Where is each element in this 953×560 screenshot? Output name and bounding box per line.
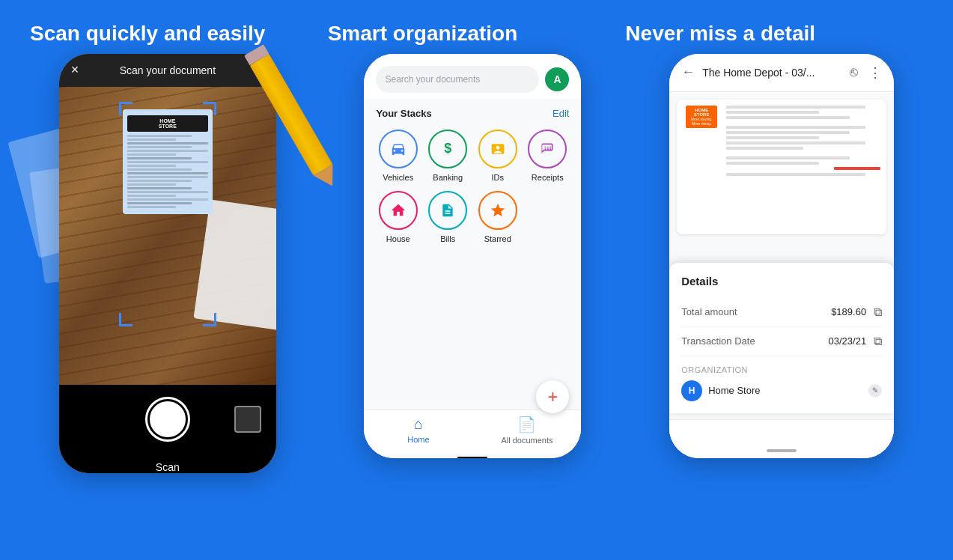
- detail-value-total: $189.60: [831, 306, 866, 317]
- detail-row-total: Total amount $189.60 ⧉: [681, 298, 882, 327]
- docs-nav-icon: 📄: [517, 416, 536, 433]
- stack-item-vehicles[interactable]: Vehicles: [376, 130, 420, 182]
- org-avatar: H: [681, 380, 702, 401]
- stack-icon-starred: [478, 191, 517, 230]
- edit-link[interactable]: Edit: [552, 108, 569, 119]
- receipt-line: [726, 106, 865, 109]
- org-edit-button[interactable]: ✎: [868, 384, 882, 398]
- titles-row: Scan quickly and easily Smart organizati…: [0, 0, 953, 54]
- receipt-line: [726, 156, 850, 159]
- copy-icon-date[interactable]: ⧉: [874, 335, 882, 348]
- receipt-line: [726, 111, 819, 114]
- scan-label: Scan: [59, 457, 276, 473]
- scan-corner-tl: [119, 102, 133, 115]
- header-action-icons: ⎋ ⋮: [850, 64, 882, 81]
- stack-item-receipts[interactable]: Receipts: [526, 130, 570, 182]
- search-placeholder: Search your documents: [385, 74, 530, 85]
- more-options-icon[interactable]: ⋮: [868, 64, 882, 81]
- receipt-line: [726, 126, 865, 129]
- stack-icon-bills: [428, 191, 467, 230]
- search-bar[interactable]: Search your documents: [376, 66, 539, 93]
- stack-label-ids: IDs: [491, 173, 504, 182]
- stack-icon-banking: $: [428, 130, 467, 168]
- section-title-detail: Never miss a detail: [625, 21, 923, 46]
- receipt-logo-block: HOMESTOREMore saving.More doing.: [683, 106, 720, 178]
- stacks-header: Your Stacks Edit: [376, 108, 569, 119]
- detail-page-title: The Home Depot - 03/...: [702, 67, 842, 79]
- phone-detail-nav-bar: [669, 419, 894, 458]
- share-icon[interactable]: ⎋: [850, 64, 858, 81]
- copy-icon-total[interactable]: ⧉: [874, 305, 882, 319]
- fab-add-button[interactable]: +: [536, 380, 569, 413]
- receipt-line: [726, 173, 865, 176]
- phone-organize-screen: Search your documents A Your Stacks Edit: [364, 54, 581, 458]
- user-avatar[interactable]: A: [545, 67, 569, 91]
- home-nav-icon: ⌂: [414, 416, 423, 433]
- stack-item-house[interactable]: House: [376, 191, 420, 243]
- stack-item-bills[interactable]: Bills: [426, 191, 470, 243]
- receipt-text-lines: [726, 106, 880, 178]
- docs-nav-label: All documents: [501, 436, 552, 445]
- camera-controls: [74, 397, 261, 442]
- stack-icon-receipts: [528, 130, 567, 168]
- phone-scan-screen: × Scan your document HOMESTORE: [59, 54, 276, 473]
- nav-item-all-docs[interactable]: 📄 All documents: [472, 416, 581, 445]
- details-card: Details Total amount $189.60 ⧉ Transacti…: [669, 263, 894, 413]
- phone-scan-wrapper: × Scan your document HOMESTORE: [59, 54, 276, 473]
- organization-section: Organization H Home Store ✎: [681, 365, 882, 401]
- receipt-line: [726, 162, 819, 165]
- scan-corner-br: [203, 313, 216, 326]
- stack-item-banking[interactable]: $ Banking: [426, 130, 470, 182]
- phone-organize-content: Your Stacks Edit Vehicles: [364, 99, 581, 409]
- stacks-grid: Vehicles $ Banking: [376, 130, 569, 243]
- spacer: [726, 152, 880, 156]
- stack-label-vehicles: Vehicles: [383, 173, 413, 182]
- phone-organize-header: Search your documents A: [364, 54, 581, 99]
- phone-scan-shell: × Scan your document HOMESTORE: [59, 54, 276, 473]
- nav-item-home[interactable]: ⌂ Home: [364, 416, 472, 445]
- camera-viewfinder[interactable]: HOMESTORE: [59, 87, 276, 385]
- section-title-scan: Scan quickly and easily: [30, 21, 328, 46]
- phone-organize-shell: Search your documents A Your Stacks Edit: [364, 54, 581, 458]
- gallery-icon[interactable]: [234, 406, 261, 433]
- scan-header-title: Scan your document: [120, 64, 216, 76]
- stacks-title: Your Stacks: [376, 108, 431, 119]
- receipt-line: [726, 141, 865, 144]
- nav-home-indicator: [457, 457, 487, 458]
- home-nav-label: Home: [407, 435, 429, 444]
- stack-icon-house: [379, 191, 418, 230]
- detail-label-date: Transaction Date: [681, 335, 828, 347]
- phone-detail-wrapper: ← The Home Depot - 03/... ⎋ ⋮ HOMESTOREM…: [669, 54, 894, 458]
- stack-label-bills: Bills: [440, 234, 455, 243]
- close-icon[interactable]: ×: [71, 62, 79, 78]
- receipt-line: [726, 116, 850, 119]
- spacer: [74, 406, 101, 433]
- bottom-nav: ⌂ Home 📄 All documents: [364, 409, 581, 454]
- org-name: Home Store: [708, 385, 862, 396]
- shutter-button-inner: [150, 401, 186, 437]
- stack-icon-vehicles: [379, 130, 418, 168]
- receipt-line: [726, 131, 850, 134]
- nav-home-indicator: [767, 449, 797, 452]
- phone-scan-header: × Scan your document: [59, 54, 276, 87]
- phone-detail-shell: ← The Home Depot - 03/... ⎋ ⋮ HOMESTOREM…: [669, 54, 894, 458]
- shutter-button[interactable]: [145, 397, 190, 442]
- phones-row: × Scan your document HOMESTORE: [0, 54, 953, 560]
- scan-corner-bl: [119, 313, 133, 326]
- details-card-title: Details: [681, 275, 882, 287]
- scan-corner-tr: [203, 102, 216, 115]
- spacer: [726, 121, 880, 126]
- stack-icon-ids: [478, 130, 517, 168]
- spacer: [726, 170, 880, 173]
- camera-controls-bar: [59, 385, 276, 457]
- receipt-preview: HOMESTOREMore saving.More doing.: [677, 100, 886, 234]
- back-arrow-icon[interactable]: ←: [681, 64, 695, 80]
- stack-label-receipts: Receipts: [532, 173, 564, 182]
- section-title-organize: Smart organization: [328, 21, 626, 46]
- stack-item-starred[interactable]: Starred: [475, 191, 520, 243]
- stack-label-starred: Starred: [484, 234, 511, 243]
- phone-detail-header: ← The Home Depot - 03/... ⎋ ⋮: [669, 54, 894, 92]
- receipt-line: [726, 136, 819, 139]
- stack-item-ids[interactable]: IDs: [475, 130, 520, 182]
- phone-organize-wrapper: Search your documents A Your Stacks Edit: [364, 54, 581, 458]
